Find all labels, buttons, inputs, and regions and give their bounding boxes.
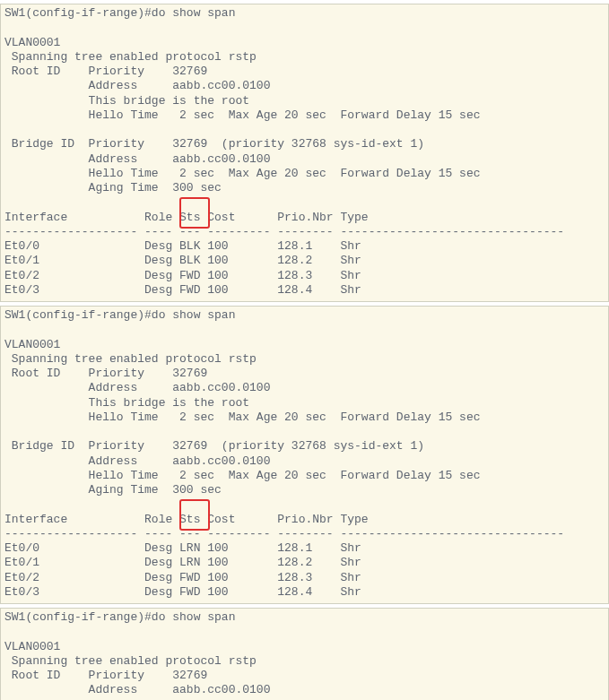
bridge-id-aging: Aging Time 300 sec: [4, 483, 222, 497]
table-row: Et0/1 Desg BLK 100 128.2 Shr: [4, 254, 361, 267]
bridge-id-address: Address aabb.cc00.0100: [4, 152, 270, 166]
terminal-output-panel-2: SW1(config-if-range)#do show span VLAN00…: [0, 306, 609, 604]
cli-prompt: SW1(config-if-range)#do show span: [4, 610, 235, 624]
table-row: Et0/0 Desg BLK 100 128.1 Shr: [4, 239, 361, 253]
table-separator: ------------------- ---- --- --------- -…: [4, 225, 564, 238]
stp-protocol-line: Spanning tree enabled protocol rstp: [4, 352, 257, 366]
root-id-priority: Root ID Priority 32769: [4, 669, 207, 682]
table-row: Et0/2 Desg FWD 100 128.3 Shr: [4, 269, 361, 282]
root-id-priority: Root ID Priority 32769: [4, 367, 207, 380]
bridge-id-priority: Bridge ID Priority 32769 (priority 32768…: [4, 137, 424, 151]
cli-prompt: SW1(config-if-range)#do show span: [4, 6, 235, 20]
terminal-output-panel-3: SW1(config-if-range)#do show span VLAN00…: [0, 608, 609, 700]
table-row: Et0/0 Desg LRN 100 128.1 Shr: [4, 541, 361, 555]
table-separator: ------------------- ---- --- --------- -…: [4, 527, 564, 540]
table-row: Et0/3 Desg FWD 100 128.4 Shr: [4, 585, 361, 599]
table-row: Et0/2 Desg FWD 100 128.3 Shr: [4, 571, 361, 584]
stp-protocol-line: Spanning tree enabled protocol rstp: [4, 654, 257, 668]
root-id-address: Address aabb.cc00.0100: [4, 683, 270, 696]
table-row: Et0/1 Desg LRN 100 128.2 Shr: [4, 556, 361, 569]
bridge-id-priority: Bridge ID Priority 32769 (priority 32768…: [4, 439, 424, 453]
table-header: Interface Role Sts Cost Prio.Nbr Type: [4, 211, 369, 224]
vlan-id: VLAN0001: [4, 640, 60, 653]
root-id-timers: Hello Time 2 sec Max Age 20 sec Forward …: [4, 410, 481, 424]
cli-prompt: SW1(config-if-range)#do show span: [4, 308, 235, 322]
vlan-id: VLAN0001: [4, 338, 60, 351]
bridge-id-timers: Hello Time 2 sec Max Age 20 sec Forward …: [4, 469, 481, 482]
table-header: Interface Role Sts Cost Prio.Nbr Type: [4, 513, 369, 526]
terminal-text: SW1(config-if-range)#do show span VLAN00…: [1, 6, 608, 298]
root-id-address: Address aabb.cc00.0100: [4, 79, 270, 92]
root-id-timers: Hello Time 2 sec Max Age 20 sec Forward …: [4, 108, 481, 122]
stp-protocol-line: Spanning tree enabled protocol rstp: [4, 50, 257, 64]
root-id-note: This bridge is the root: [4, 94, 249, 108]
bridge-id-aging: Aging Time 300 sec: [4, 181, 222, 194]
table-row: Et0/3 Desg FWD 100 128.4 Shr: [4, 283, 361, 297]
root-id-priority: Root ID Priority 32769: [4, 65, 207, 78]
bridge-id-address: Address aabb.cc00.0100: [4, 454, 270, 468]
root-id-note: This bridge is the root: [4, 396, 249, 410]
root-id-address: Address aabb.cc00.0100: [4, 381, 270, 394]
vlan-id: VLAN0001: [4, 36, 60, 49]
terminal-text: SW1(config-if-range)#do show span VLAN00…: [1, 308, 608, 600]
bridge-id-timers: Hello Time 2 sec Max Age 20 sec Forward …: [4, 167, 481, 180]
terminal-text: SW1(config-if-range)#do show span VLAN00…: [1, 610, 608, 700]
terminal-output-panel-1: SW1(config-if-range)#do show span VLAN00…: [0, 4, 609, 302]
